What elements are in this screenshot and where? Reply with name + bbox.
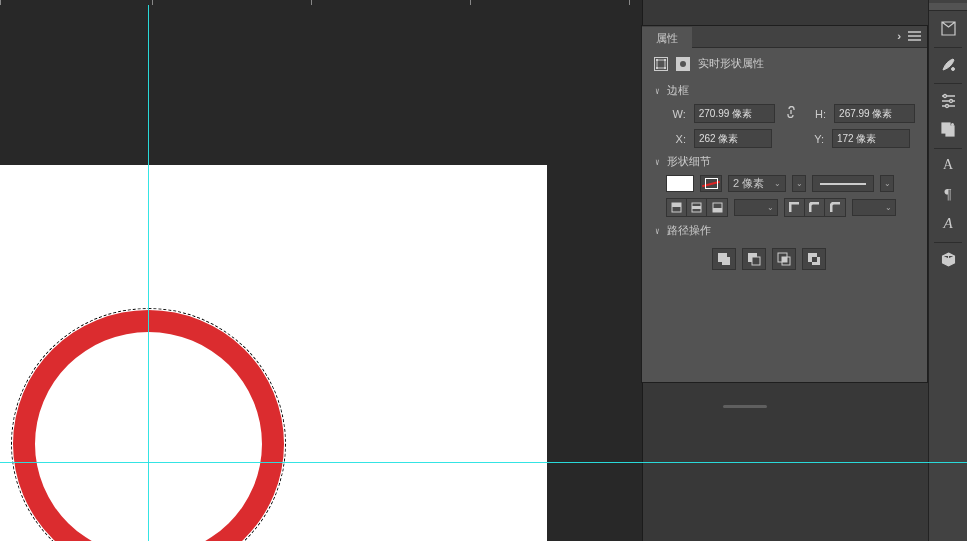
stroke-style-dropdown[interactable] (812, 175, 874, 192)
svg-rect-2 (664, 59, 666, 61)
svg-rect-15 (752, 257, 760, 265)
svg-point-25 (945, 104, 948, 107)
canvas-viewport[interactable] (0, 5, 642, 541)
align-inside-button[interactable] (667, 199, 687, 216)
pathop-subtract-button[interactable] (742, 248, 766, 270)
svg-rect-27 (946, 126, 954, 136)
section-shape-details[interactable]: ∨形状细节 (654, 154, 915, 169)
libraries-icon[interactable] (933, 15, 963, 41)
pathop-unite-button[interactable] (712, 248, 736, 270)
link-wh-icon[interactable] (783, 106, 799, 121)
stroke-width-more[interactable]: ⌄ (792, 175, 806, 192)
align-center-button[interactable] (687, 199, 707, 216)
svg-point-23 (943, 94, 946, 97)
svg-rect-0 (657, 60, 665, 68)
y-input[interactable]: 172 像素 (832, 129, 910, 148)
stroke-width-input[interactable]: 2 像素⌄ (728, 175, 786, 192)
character-A-icon[interactable]: A (933, 152, 963, 178)
panel-headline: 实时形状属性 (654, 56, 915, 71)
x-input[interactable]: 262 像素 (694, 129, 772, 148)
mask-icon (676, 57, 690, 71)
h-label: H: (806, 108, 826, 120)
svg-rect-21 (812, 257, 817, 262)
svg-point-24 (949, 99, 952, 102)
pathop-intersect-button[interactable] (772, 248, 796, 270)
align-outside-button[interactable] (707, 199, 727, 216)
svg-rect-3 (656, 67, 658, 69)
corner-join-group (784, 198, 846, 217)
svg-rect-9 (692, 206, 701, 209)
svg-point-28 (951, 123, 954, 126)
guide-horizontal[interactable] (0, 462, 967, 463)
join-bevel-button[interactable] (825, 199, 845, 216)
x-label: X: (666, 133, 686, 145)
y-label: Y: (804, 133, 824, 145)
svg-rect-4 (664, 67, 666, 69)
svg-rect-11 (713, 208, 722, 212)
svg-rect-1 (656, 59, 658, 61)
properties-panel: 属性 ›› 实时形状属性 ∨边框 W: 270.99 像素 H: 26 (641, 25, 928, 383)
cap-dropdown[interactable]: ⌄ (734, 199, 778, 216)
3d-icon[interactable] (933, 246, 963, 272)
layers-icon[interactable] (933, 116, 963, 142)
transform-icon (654, 57, 668, 71)
guide-vertical[interactable] (148, 5, 149, 541)
paragraph-icon[interactable]: ¶ (933, 181, 963, 207)
width-input[interactable]: 270.99 像素 (694, 104, 775, 123)
svg-point-5 (680, 61, 686, 67)
section-bounds[interactable]: ∨边框 (654, 83, 915, 98)
join-dropdown[interactable]: ⌄ (852, 199, 896, 216)
headline-text: 实时形状属性 (698, 56, 764, 71)
panel-resize-handle[interactable] (601, 404, 888, 410)
stroke-style-more[interactable]: ⌄ (880, 175, 894, 192)
horizontal-ruler (0, 0, 642, 5)
fill-swatch[interactable] (666, 175, 694, 192)
w-label: W: (666, 108, 686, 120)
panel-tabbar: 属性 ›› (642, 26, 927, 48)
panel-menu-icon[interactable] (908, 31, 921, 43)
svg-rect-13 (722, 257, 730, 265)
pathop-exclude-button[interactable] (802, 248, 826, 270)
adjustments-icon[interactable] (933, 87, 963, 113)
panel-collapse-icon[interactable]: ›› (897, 31, 898, 42)
stroke-align-group (666, 198, 728, 217)
right-dock: A ¶ A (928, 0, 967, 541)
height-input[interactable]: 267.99 像素 (834, 104, 915, 123)
join-miter-button[interactable] (785, 199, 805, 216)
svg-rect-18 (782, 257, 787, 262)
join-round-button[interactable] (805, 199, 825, 216)
dock-top-edge (929, 3, 967, 11)
svg-point-22 (951, 67, 954, 70)
tab-properties[interactable]: 属性 (642, 27, 692, 48)
glyphs-icon[interactable]: A (933, 210, 963, 236)
svg-rect-7 (672, 203, 681, 207)
section-path-ops[interactable]: ∨路径操作 (654, 223, 915, 238)
brush-icon[interactable] (933, 51, 963, 77)
stroke-swatch[interactable] (700, 175, 722, 192)
